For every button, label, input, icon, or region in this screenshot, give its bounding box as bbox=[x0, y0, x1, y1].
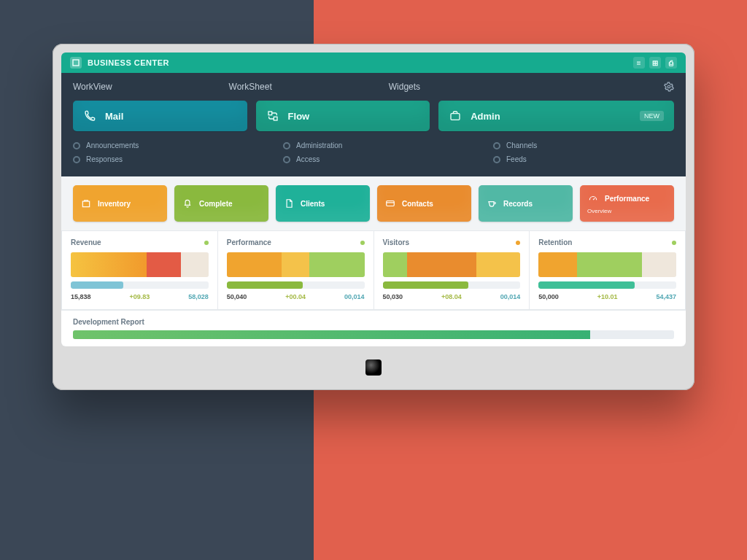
svg-rect-4 bbox=[451, 114, 460, 120]
radio-icon bbox=[283, 156, 290, 163]
status-dot-icon bbox=[672, 241, 676, 245]
app-logo-icon bbox=[70, 57, 82, 69]
quick-card-row: Inventory Complete Clients Contacts Reco… bbox=[61, 176, 686, 230]
stat-value-b: +09.83 bbox=[129, 293, 150, 300]
radio-icon bbox=[493, 156, 500, 163]
card-label: Records bbox=[503, 200, 533, 208]
stat-value-b: +00.04 bbox=[285, 293, 306, 300]
box-icon bbox=[80, 198, 92, 209]
badge-new: NEW bbox=[640, 111, 664, 121]
option-label: Access bbox=[296, 155, 320, 163]
primary-button-admin-label: Admin bbox=[471, 111, 500, 122]
radio-icon bbox=[493, 142, 500, 149]
card-label: Contacts bbox=[402, 200, 433, 208]
stat-title: Revenue bbox=[71, 238, 101, 246]
option-label: Channels bbox=[506, 141, 537, 149]
stat-card-revenue: Revenue 15,838+09.8358,028 bbox=[61, 230, 218, 310]
option-channels[interactable]: Channels bbox=[493, 141, 674, 149]
card-label: Complete bbox=[199, 200, 233, 208]
svg-rect-2 bbox=[268, 112, 272, 115]
stat-value-a: 50,040 bbox=[227, 293, 247, 300]
status-dot-icon bbox=[204, 241, 209, 245]
stat-value-c: 00,014 bbox=[344, 293, 365, 300]
stat-title: Visitors bbox=[383, 238, 410, 246]
footer-progress bbox=[73, 330, 674, 339]
card-clients[interactable]: Clients bbox=[276, 185, 370, 222]
topbar-grid-icon[interactable]: ⊞ bbox=[649, 57, 661, 69]
svg-rect-5 bbox=[82, 201, 89, 207]
monitor-frame: BUSINESS CENTER ≡ ⊞ ⎙ WorkView WorkSheet… bbox=[53, 44, 694, 390]
option-administration[interactable]: Administration bbox=[283, 141, 464, 149]
svg-point-1 bbox=[667, 85, 670, 88]
status-dot-icon bbox=[360, 241, 365, 245]
nav-panel: WorkView WorkSheet Widgets Mail bbox=[61, 73, 686, 176]
topbar-menu-icon[interactable]: ≡ bbox=[633, 57, 645, 69]
stat-card-retention: Retention 50,000+10.0154,437 bbox=[530, 230, 686, 310]
footer-label: Development Report bbox=[73, 318, 674, 326]
stat-value-c: 54,437 bbox=[656, 293, 676, 300]
card-label: Inventory bbox=[98, 200, 131, 208]
footer-report: Development Report bbox=[61, 310, 686, 346]
svg-rect-0 bbox=[73, 60, 79, 66]
stat-bar bbox=[383, 252, 521, 277]
option-label: Feeds bbox=[506, 155, 527, 163]
stat-title: Performance bbox=[227, 238, 271, 246]
tab-widgets[interactable]: Widgets bbox=[389, 82, 420, 92]
card-label: Performance bbox=[605, 195, 649, 203]
card-icon bbox=[384, 198, 396, 209]
radio-icon bbox=[283, 142, 290, 149]
stat-mini-bar bbox=[71, 281, 209, 289]
stat-title: Retention bbox=[538, 238, 572, 246]
stat-value-a: 50,000 bbox=[538, 293, 559, 300]
stat-bar bbox=[71, 252, 209, 277]
option-access[interactable]: Access bbox=[283, 155, 464, 163]
stat-bar bbox=[227, 252, 365, 277]
cup-icon bbox=[486, 198, 498, 209]
card-complete[interactable]: Complete bbox=[174, 185, 268, 222]
phone-icon bbox=[83, 109, 96, 122]
stat-card-visitors: Visitors 50,030+08.0400,014 bbox=[374, 230, 530, 310]
stat-value-c: 00,014 bbox=[500, 293, 521, 300]
stat-mini-bar bbox=[538, 281, 676, 289]
svg-rect-6 bbox=[387, 201, 395, 206]
primary-button-mail[interactable]: Mail bbox=[73, 101, 247, 131]
flow-icon bbox=[266, 109, 279, 122]
svg-rect-3 bbox=[274, 117, 277, 120]
tab-workview[interactable]: WorkView bbox=[73, 82, 112, 92]
card-contacts[interactable]: Contacts bbox=[377, 185, 471, 222]
stat-value-c: 58,028 bbox=[188, 293, 209, 300]
stats-row: Revenue 15,838+09.8358,028 Performance 5… bbox=[61, 230, 686, 310]
topbar-export-icon[interactable]: ⎙ bbox=[665, 57, 677, 69]
option-label: Responses bbox=[86, 155, 123, 163]
bell-icon bbox=[182, 198, 193, 209]
stat-value-a: 15,838 bbox=[71, 293, 91, 300]
radio-icon bbox=[73, 142, 80, 149]
primary-button-mail-label: Mail bbox=[105, 111, 123, 122]
radio-icon bbox=[73, 156, 80, 163]
screen: BUSINESS CENTER ≡ ⊞ ⎙ WorkView WorkSheet… bbox=[61, 52, 686, 346]
status-dot-icon bbox=[516, 241, 520, 245]
option-feeds[interactable]: Feeds bbox=[493, 155, 674, 163]
stat-value-b: +08.04 bbox=[441, 293, 462, 300]
briefcase-icon bbox=[449, 109, 462, 122]
stat-mini-bar bbox=[227, 281, 365, 289]
option-responses[interactable]: Responses bbox=[73, 155, 254, 163]
option-label: Announcements bbox=[86, 141, 139, 149]
option-announcements[interactable]: Announcements bbox=[73, 141, 254, 149]
card-performance[interactable]: Performance Overview bbox=[580, 185, 674, 222]
card-inventory[interactable]: Inventory bbox=[73, 185, 167, 222]
document-icon bbox=[283, 198, 295, 209]
stat-value-b: +10.01 bbox=[597, 293, 618, 300]
stat-value-a: 50,030 bbox=[383, 293, 403, 300]
primary-button-flow-label: Flow bbox=[288, 111, 310, 122]
stat-bar bbox=[538, 252, 676, 277]
app-topbar: BUSINESS CENTER ≡ ⊞ ⎙ bbox=[61, 52, 686, 73]
gauge-icon bbox=[587, 193, 599, 205]
settings-icon[interactable] bbox=[664, 82, 674, 92]
stat-mini-bar bbox=[383, 281, 521, 289]
primary-button-admin[interactable]: Admin NEW bbox=[438, 101, 674, 131]
option-label: Administration bbox=[296, 141, 342, 149]
tab-worksheet[interactable]: WorkSheet bbox=[229, 82, 272, 92]
card-records[interactable]: Records bbox=[479, 185, 573, 222]
primary-button-flow[interactable]: Flow bbox=[256, 101, 430, 131]
